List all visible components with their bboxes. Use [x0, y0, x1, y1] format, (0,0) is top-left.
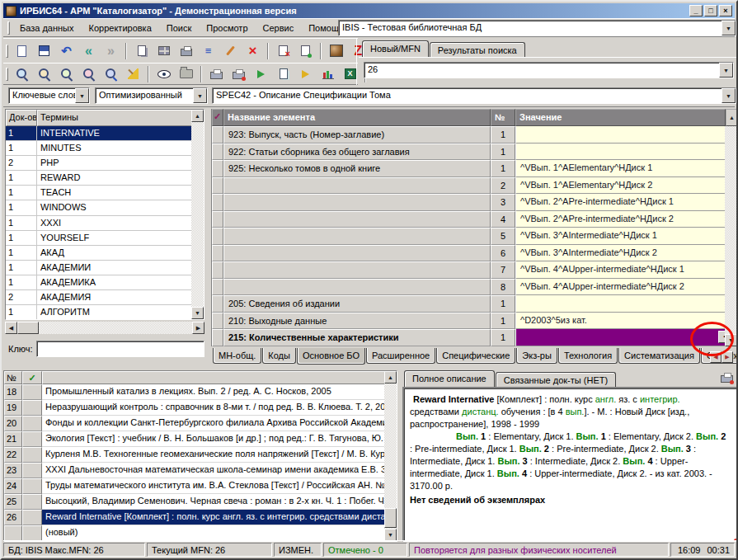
worksheet-tab-8[interactable]: Систематизация — [618, 348, 700, 364]
chevron-down-icon[interactable]: ▼ — [75, 88, 89, 103]
fields-col-num[interactable]: № — [491, 109, 515, 126]
prev-record-button[interactable]: « — [78, 41, 99, 60]
chevron-down-icon[interactable]: ▼ — [193, 88, 207, 103]
records-col-num[interactable]: № — [4, 371, 22, 384]
term-row[interactable]: 1АКАД — [6, 246, 204, 261]
tab-linked-records[interactable]: Связанные док-ты (НЕТ) — [496, 372, 616, 387]
records-col-title[interactable] — [42, 371, 397, 384]
next-record-button[interactable]: » — [101, 41, 121, 60]
menu-item-1[interactable]: База данных — [12, 21, 82, 35]
open-folder-button[interactable] — [176, 64, 196, 83]
send-button[interactable] — [295, 64, 316, 83]
record-row[interactable]: (новый) — [4, 525, 397, 541]
export-button[interactable] — [251, 64, 271, 83]
scroll-right-icon[interactable]: ▶ — [192, 322, 204, 334]
undo-button[interactable]: ↶ — [56, 41, 77, 60]
search-tree-button[interactable] — [101, 64, 121, 83]
tab-full-description[interactable]: Полное описание — [404, 370, 495, 387]
term-row[interactable]: 1АКАДЕМИИ — [6, 261, 204, 275]
fields-scrollbar-vertical[interactable]: ▼ — [725, 126, 737, 346]
fields-col-name[interactable]: Название элемента — [223, 109, 491, 126]
field-row[interactable]: 923: Выпуск, часть (Номер-заглавие)1 — [212, 126, 738, 144]
term-row[interactable]: 1MINUTES — [6, 141, 204, 156]
field-row[interactable]: 3^VВып. 2^APre-intermediate^НДиск 1 — [212, 194, 738, 211]
view-record-button[interactable] — [153, 64, 174, 83]
check-icon[interactable]: ✓ — [22, 371, 42, 384]
dictionary-combo[interactable]: Ключевые слова ▼ — [8, 87, 90, 104]
chevron-down-icon[interactable]: ▼ — [719, 63, 733, 78]
menu-item-5[interactable]: Сервис — [256, 21, 302, 35]
record-row[interactable]: 26Reward Internative [Комплект] : полн. … — [4, 510, 397, 525]
search-mode-combo[interactable]: Оптимизированный ▼ — [95, 87, 208, 104]
scroll-up-icon[interactable]: ▲ — [384, 371, 397, 384]
copy-record-button[interactable] — [131, 41, 152, 60]
tab-scroll-left-icon[interactable]: ◀ — [710, 351, 722, 363]
irbis-logo-button[interactable] — [326, 41, 346, 60]
field-row[interactable]: 2^VВып. 1^AElementary^НДиск 2 — [212, 177, 738, 195]
restore-record-button[interactable] — [295, 41, 316, 60]
record-row[interactable]: 18Промышленный катализ в лекциях. Вып. 2… — [4, 384, 397, 400]
worksheet-tab-3[interactable]: Основное БО — [297, 348, 365, 365]
new-record-button[interactable] — [12, 41, 32, 60]
tab-scroll-right-icon[interactable]: ▶ — [722, 351, 733, 363]
scrollbar-thumb[interactable] — [384, 508, 397, 528]
term-row[interactable]: 1INTERNATIVE — [6, 126, 204, 141]
term-row[interactable]: 2PHP — [6, 156, 204, 171]
record-row[interactable]: 23XXXI Дальневосточная математическая шк… — [4, 463, 397, 478]
chevron-down-icon[interactable]: ▼ — [722, 21, 736, 35]
delete-record-button[interactable]: × — [242, 41, 263, 60]
edit-record-button[interactable] — [220, 41, 241, 60]
mfn-combo[interactable]: 26 ▼ — [364, 62, 734, 78]
term-row[interactable]: 1XXXI — [6, 216, 204, 231]
term-row[interactable]: 1REWARD — [6, 171, 204, 186]
chevron-down-icon[interactable]: ▼ — [722, 88, 736, 103]
scroll-up-icon[interactable]: ▲ — [726, 109, 738, 126]
print-description-icon[interactable] — [721, 375, 733, 383]
worksheet-tab-4[interactable]: Расширенное — [366, 348, 435, 364]
search-refine-button[interactable] — [34, 64, 54, 83]
scroll-down-icon[interactable]: ▼ — [191, 307, 204, 319]
tab-search-results[interactable]: Результаты поиска — [430, 42, 525, 57]
minimize-button[interactable]: _ — [689, 5, 703, 16]
search-dictionary-button[interactable] — [12, 64, 32, 83]
scroll-left-icon[interactable]: ◀ — [5, 322, 17, 334]
menu-item-4[interactable]: Просмотр — [199, 21, 255, 35]
field-row[interactable]: 6^VВып. 3^AIntermediate^НДиск 2 — [212, 245, 738, 262]
print-record-button[interactable] — [176, 41, 196, 60]
close-button[interactable]: × — [719, 5, 732, 16]
menu-item-3[interactable]: Поиск — [159, 21, 199, 35]
print-button[interactable] — [206, 64, 227, 83]
term-row[interactable]: 1WINDOWS — [6, 200, 204, 215]
records-scrollbar-vertical[interactable]: ▲ ▼ — [384, 371, 397, 541]
scrollbar-thumb[interactable] — [17, 322, 39, 334]
sort-fields-button[interactable]: ≡ — [198, 41, 219, 60]
fields-col-value[interactable]: Значение — [515, 109, 726, 126]
worksheet-combo[interactable]: SPEC42 - Описание Спецификации Тома ▼ — [212, 87, 736, 104]
term-row[interactable]: 1АЛГОРИТМ — [6, 305, 204, 319]
worksheet-tab-6[interactable]: Экз-ры — [516, 348, 557, 364]
term-row[interactable]: 1TEACH — [6, 186, 204, 200]
field-row[interactable]: 205: Сведения об издании1 — [212, 295, 738, 313]
field-row[interactable]: 7^VВып. 4^AUpper-intermediate^НДиск 1 — [212, 261, 738, 279]
field-row[interactable]: 922: Статьи сборника без общего заглавия… — [212, 144, 738, 161]
record-row[interactable]: 22Курленя М.В. Техногенные геомеханическ… — [4, 447, 397, 463]
clear-search-button[interactable] — [123, 64, 143, 83]
terms-col-terms[interactable]: Термины — [37, 110, 204, 126]
search-window-button[interactable] — [78, 64, 99, 83]
search-script-button[interactable] — [56, 64, 77, 83]
grid-view-button[interactable] — [153, 41, 174, 60]
field-row[interactable]: 215: Количественные характеристики1... — [212, 329, 738, 346]
record-row[interactable]: 20Фонды и коллекции Санкт-Петербургского… — [4, 416, 397, 431]
field-row[interactable]: 925: Несколько томов в одной книге1^VВып… — [212, 160, 738, 177]
term-row[interactable]: 1АКАДЕМИКА — [6, 275, 204, 290]
terms-col-docs[interactable]: Док-ов — [6, 110, 37, 126]
field-row[interactable]: 210: Выходные данные1^D2003^5из кат. — [212, 313, 738, 330]
field-row[interactable]: 5^VВып. 3^AIntermediate^НДиск 1 — [212, 228, 738, 245]
database-combo[interactable]: IBIS - Тестовая библиотечная БД ▼ — [338, 20, 736, 36]
save-record-button[interactable] — [34, 41, 54, 60]
worksheet-tab-5[interactable]: Специфические — [436, 348, 515, 364]
record-row[interactable]: 24Труды математического института им. В.… — [4, 478, 397, 494]
copy-pages-button[interactable] — [273, 64, 294, 83]
cancel-changes-button[interactable] — [273, 41, 294, 60]
terms-scrollbar-vertical[interactable]: ▲ ▼ — [191, 110, 204, 319]
